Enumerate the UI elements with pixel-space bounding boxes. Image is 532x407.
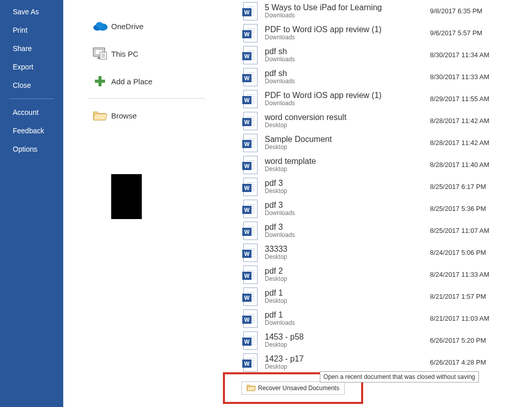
file-location: Desktop bbox=[265, 143, 430, 151]
file-location: Downloads bbox=[265, 34, 430, 41]
recent-file-row[interactable]: WPDF to Word iOS app review (1)Downloads… bbox=[243, 88, 532, 110]
sidebar-item-feedback[interactable]: Feedback bbox=[0, 122, 63, 140]
file-location: Downloads bbox=[265, 209, 430, 217]
word-doc-icon: W bbox=[243, 353, 262, 372]
sidebar-separator bbox=[9, 99, 54, 99]
file-name: 5 Ways to Use iPad for Learning bbox=[265, 3, 430, 12]
recent-file-row[interactable]: Wpdf 2Desktop8/24/2017 11:33 AM bbox=[243, 264, 532, 285]
word-doc-icon: W bbox=[243, 112, 262, 130]
word-doc-icon: W bbox=[243, 24, 262, 42]
file-location: Desktop bbox=[265, 341, 430, 348]
location-onedrive[interactable]: OneDrive bbox=[89, 12, 205, 40]
word-doc-icon: W bbox=[243, 309, 262, 328]
sidebar-item-print[interactable]: Print bbox=[0, 21, 63, 39]
file-location: Downloads bbox=[265, 100, 430, 107]
file-name: word conversion result bbox=[265, 113, 430, 122]
location-label: Add a Place bbox=[111, 77, 153, 86]
recent-file-row[interactable]: Wword templateDesktop8/28/2017 11:40 AM bbox=[243, 154, 532, 176]
file-location: Desktop bbox=[265, 165, 430, 173]
file-date: 8/24/2017 5:06 PM bbox=[430, 249, 512, 256]
sidebar-item-export[interactable]: Export bbox=[0, 58, 63, 76]
cloud-icon bbox=[89, 21, 111, 31]
sidebar-item-save-as[interactable]: Save As bbox=[0, 3, 63, 21]
recent-file-row[interactable]: Wword conversion resultDesktop8/28/2017 … bbox=[243, 110, 532, 132]
file-name: 1423 - p17 bbox=[265, 354, 430, 364]
file-date: 8/30/2017 11:34 AM bbox=[430, 51, 512, 59]
file-date: 8/28/2017 11:40 AM bbox=[430, 161, 512, 169]
recent-file-row[interactable]: W1423 - p17Desktop6/26/2017 4:28 PM bbox=[243, 351, 532, 373]
file-location: Desktop bbox=[265, 253, 430, 260]
file-location: Desktop bbox=[265, 187, 430, 195]
file-location: Downloads bbox=[265, 78, 430, 85]
recent-file-row[interactable]: W1453 - p58Desktop6/26/2017 5:20 PM bbox=[243, 329, 532, 351]
recent-file-row[interactable]: Wpdf shDownloads8/30/2017 11:33 AM bbox=[243, 66, 532, 88]
file-location: Downloads bbox=[265, 319, 430, 326]
recent-file-row[interactable]: Wpdf 1Desktop8/21/2017 1:57 PM bbox=[243, 285, 532, 307]
word-doc-icon: W bbox=[243, 331, 262, 350]
location-label: This PC bbox=[111, 50, 138, 58]
sidebar-item-share[interactable]: Share bbox=[0, 39, 63, 58]
folder-icon bbox=[247, 384, 255, 392]
file-date: 8/28/2017 11:42 AM bbox=[430, 139, 512, 147]
recent-file-row[interactable]: Wpdf shDownloads8/30/2017 11:34 AM bbox=[243, 44, 532, 66]
file-location: Desktop bbox=[265, 275, 430, 282]
file-location: Downloads bbox=[265, 56, 430, 63]
file-name: pdf 3 bbox=[265, 201, 430, 210]
locations-separator bbox=[89, 98, 205, 99]
word-doc-icon: W bbox=[243, 200, 262, 218]
file-date: 8/21/2017 1:57 PM bbox=[430, 293, 512, 300]
recent-file-row[interactable]: W5 Ways to Use iPad for LearningDownload… bbox=[243, 0, 532, 22]
recent-file-row[interactable]: W33333Desktop8/24/2017 5:06 PM bbox=[243, 242, 532, 264]
locations-pane: OneDrive This PC Add a Place Browse bbox=[63, 0, 225, 407]
word-doc-icon: W bbox=[243, 90, 262, 108]
recent-file-row[interactable]: Wpdf 3Downloads8/25/2017 11:07 AM bbox=[243, 220, 532, 242]
folder-open-icon bbox=[89, 110, 111, 121]
recent-file-row[interactable]: Wpdf 3Downloads8/25/2017 5:36 PM bbox=[243, 198, 532, 220]
svg-rect-11 bbox=[95, 80, 105, 83]
file-date: 9/6/2017 5:57 PM bbox=[430, 29, 512, 37]
black-rectangle bbox=[111, 174, 142, 219]
recent-file-row[interactable]: Wpdf 3Desktop8/25/2017 6:17 PM bbox=[243, 176, 532, 198]
location-label: Browse bbox=[111, 111, 137, 120]
word-doc-icon: W bbox=[243, 156, 262, 174]
file-name: pdf sh bbox=[265, 69, 430, 78]
backstage-sidebar: Save As Print Share Export Close Account… bbox=[0, 0, 63, 407]
recent-file-row[interactable]: WSample DocumentDesktop8/28/2017 11:42 A… bbox=[243, 132, 532, 154]
file-date: 8/25/2017 6:17 PM bbox=[430, 183, 512, 190]
location-this-pc[interactable]: This PC bbox=[89, 40, 205, 67]
recent-file-row[interactable]: Wpdf 1Downloads8/21/2017 11:03 AM bbox=[243, 307, 532, 329]
file-date: 8/28/2017 11:42 AM bbox=[430, 117, 512, 125]
word-doc-icon: W bbox=[243, 2, 262, 20]
recover-unsaved-button[interactable]: Recover Unsaved Documents bbox=[241, 381, 345, 395]
word-doc-icon: W bbox=[243, 68, 262, 86]
word-doc-icon: W bbox=[243, 134, 262, 152]
location-add-place[interactable]: Add a Place bbox=[89, 67, 205, 95]
file-name: pdf 3 bbox=[265, 223, 430, 232]
sidebar-item-close[interactable]: Close bbox=[0, 76, 63, 94]
file-date: 8/25/2017 11:07 AM bbox=[430, 227, 512, 234]
location-label: OneDrive bbox=[111, 22, 143, 31]
file-location: Desktop bbox=[265, 297, 430, 304]
word-doc-icon: W bbox=[243, 46, 262, 64]
file-date: 9/8/2017 6:35 PM bbox=[430, 7, 512, 15]
file-name: pdf 3 bbox=[265, 179, 430, 188]
file-date: 8/30/2017 11:33 AM bbox=[430, 73, 512, 81]
file-name: pdf 1 bbox=[265, 310, 430, 320]
location-browse[interactable]: Browse bbox=[89, 102, 205, 129]
sidebar-item-account[interactable]: Account bbox=[0, 103, 63, 122]
file-name: word template bbox=[265, 157, 430, 166]
file-date: 6/26/2017 4:28 PM bbox=[430, 358, 512, 366]
svg-point-2 bbox=[96, 22, 103, 28]
file-name: pdf sh bbox=[265, 47, 430, 56]
file-name: PDF to Word iOS app review (1) bbox=[265, 91, 430, 100]
recover-button-label: Recover Unsaved Documents bbox=[258, 385, 339, 392]
plus-icon bbox=[89, 76, 111, 87]
file-location: Desktop bbox=[265, 363, 430, 370]
recover-tooltip: Open a recent document that was closed w… bbox=[320, 371, 479, 382]
file-location: Downloads bbox=[265, 12, 430, 19]
file-date: 6/26/2017 5:20 PM bbox=[430, 337, 512, 344]
recent-file-row[interactable]: WPDF to Word iOS app review (1)Downloads… bbox=[243, 22, 532, 44]
file-name: 33333 bbox=[265, 245, 430, 254]
sidebar-item-options[interactable]: Options bbox=[0, 140, 63, 158]
file-date: 8/29/2017 11:55 AM bbox=[430, 95, 512, 103]
